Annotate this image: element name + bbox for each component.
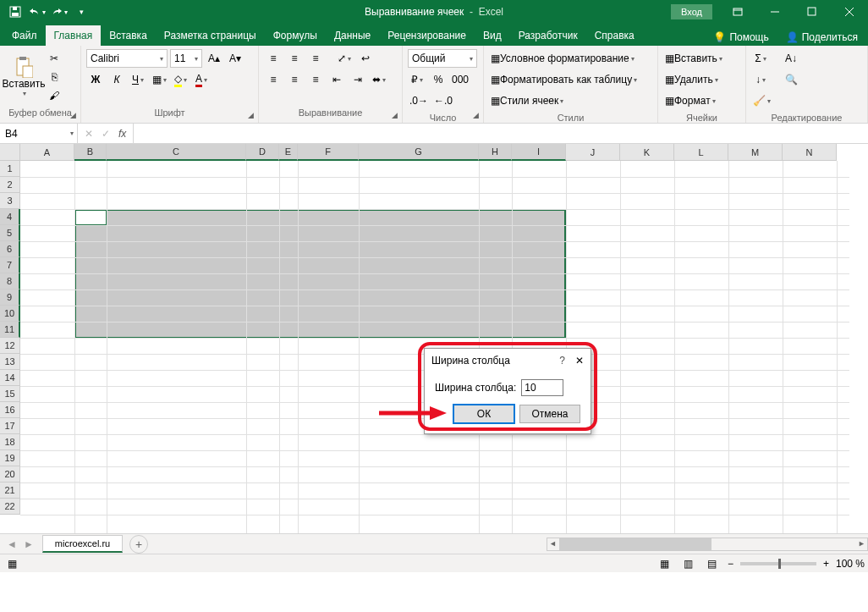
tab-formulas[interactable]: Формулы bbox=[265, 25, 326, 46]
zoom-out-icon[interactable]: − bbox=[728, 558, 733, 570]
clear-icon[interactable]: 🧹▾ bbox=[751, 91, 772, 110]
zoom-slider[interactable] bbox=[740, 562, 816, 565]
page-break-view-icon[interactable]: ▤ bbox=[704, 556, 721, 571]
decrease-decimal-icon[interactable]: ←.0 bbox=[432, 91, 454, 110]
increase-decimal-icon[interactable]: .0→ bbox=[408, 91, 430, 110]
launcher-icon[interactable]: ◢ bbox=[470, 109, 481, 121]
sheet-tab[interactable]: microexcel.ru bbox=[42, 535, 123, 553]
row-header[interactable]: 14 bbox=[0, 370, 20, 386]
column-header[interactable]: B bbox=[74, 144, 107, 161]
name-box[interactable]: B4▾ bbox=[0, 124, 78, 143]
row-header[interactable]: 6 bbox=[0, 241, 20, 257]
column-header[interactable]: A bbox=[20, 144, 74, 161]
font-color-icon[interactable]: A▾ bbox=[192, 70, 211, 89]
column-header[interactable]: K bbox=[620, 144, 674, 161]
paste-button[interactable]: Вставить▾ bbox=[5, 49, 42, 103]
row-header[interactable]: 18 bbox=[0, 434, 20, 450]
cancel-button[interactable]: Отмена bbox=[519, 405, 580, 423]
row-header[interactable]: 2 bbox=[0, 177, 20, 193]
launcher-icon[interactable]: ◢ bbox=[67, 109, 79, 121]
currency-icon[interactable]: ₽▾ bbox=[408, 70, 426, 89]
share-label[interactable]: Поделиться bbox=[802, 31, 858, 43]
share-icon[interactable]: 👤 bbox=[786, 31, 799, 43]
column-header[interactable]: N bbox=[783, 144, 837, 161]
percent-icon[interactable]: % bbox=[429, 70, 448, 89]
merge-icon[interactable]: ⬌▾ bbox=[370, 70, 388, 89]
minimize-icon[interactable] bbox=[756, 0, 794, 24]
tab-view[interactable]: Вид bbox=[475, 25, 510, 46]
qat-customize-icon[interactable]: ▾ bbox=[71, 2, 91, 22]
formula-input[interactable] bbox=[134, 124, 868, 143]
launcher-icon[interactable]: ◢ bbox=[388, 109, 400, 121]
comma-icon[interactable]: 000 bbox=[450, 70, 470, 89]
align-right-icon[interactable]: ≡ bbox=[306, 70, 325, 89]
tab-developer[interactable]: Разработчик bbox=[510, 25, 586, 46]
row-header[interactable]: 22 bbox=[0, 499, 20, 515]
cancel-formula-icon[interactable]: ✕ bbox=[85, 128, 93, 140]
fill-icon[interactable]: ↓▾ bbox=[751, 70, 770, 89]
row-header[interactable]: 9 bbox=[0, 289, 20, 306]
align-left-icon[interactable]: ≡ bbox=[264, 70, 283, 89]
column-header[interactable]: D bbox=[246, 144, 279, 161]
active-cell[interactable] bbox=[75, 210, 107, 225]
copy-icon[interactable]: ⎘ bbox=[45, 68, 63, 86]
row-header[interactable]: 15 bbox=[0, 386, 20, 402]
tab-file[interactable]: Файл bbox=[3, 25, 46, 46]
decrease-font-icon[interactable]: A▾ bbox=[226, 49, 244, 68]
column-header[interactable]: G bbox=[359, 144, 479, 161]
autosum-icon[interactable]: Σ▾ bbox=[751, 49, 770, 68]
increase-font-icon[interactable]: A▴ bbox=[205, 49, 223, 68]
dialog-close-icon[interactable]: ✕ bbox=[575, 355, 584, 367]
tab-home[interactable]: Главная bbox=[46, 25, 102, 46]
cut-icon[interactable]: ✂ bbox=[45, 49, 63, 68]
conditional-format-button[interactable]: ▦ Условное форматирование▾ bbox=[489, 49, 636, 68]
select-all-corner[interactable] bbox=[0, 144, 20, 161]
italic-button[interactable]: К bbox=[107, 70, 126, 89]
tab-insert[interactable]: Вставка bbox=[101, 25, 156, 46]
fx-icon[interactable]: fx bbox=[118, 128, 126, 140]
tab-data[interactable]: Данные bbox=[326, 25, 379, 46]
wrap-text-icon[interactable]: ↩ bbox=[356, 49, 375, 68]
row-header[interactable]: 17 bbox=[0, 418, 20, 434]
launcher-icon[interactable]: ◢ bbox=[244, 109, 256, 121]
zoom-level[interactable]: 100 % bbox=[836, 558, 865, 570]
delete-cells-button[interactable]: ▦ Удалить▾ bbox=[663, 70, 720, 89]
column-header[interactable]: I bbox=[512, 144, 566, 161]
help-label[interactable]: Помощь bbox=[729, 31, 768, 43]
format-cells-button[interactable]: ▦ Формат▾ bbox=[663, 91, 717, 110]
record-macro-icon[interactable]: ▦ bbox=[3, 556, 20, 571]
increase-indent-icon[interactable]: ⇥ bbox=[349, 70, 367, 89]
maximize-icon[interactable] bbox=[794, 0, 831, 24]
row-header[interactable]: 1 bbox=[0, 161, 20, 177]
row-header[interactable]: 16 bbox=[0, 402, 20, 418]
align-middle-icon[interactable]: ≡ bbox=[285, 49, 304, 68]
horizontal-scrollbar[interactable]: ◄ ► bbox=[547, 538, 868, 551]
column-header[interactable]: H bbox=[479, 144, 512, 161]
fill-color-icon[interactable]: ◇▾ bbox=[171, 70, 190, 89]
undo-icon[interactable]: ▾ bbox=[27, 2, 47, 22]
column-header[interactable]: C bbox=[107, 144, 246, 161]
number-format-combo[interactable]: Общий▾ bbox=[408, 49, 477, 68]
orientation-icon[interactable]: ⤢▾ bbox=[335, 49, 354, 68]
row-header[interactable]: 21 bbox=[0, 482, 20, 499]
sheet-prev-icon[interactable]: ◄ bbox=[7, 538, 17, 550]
decrease-indent-icon[interactable]: ⇤ bbox=[327, 70, 346, 89]
redo-icon[interactable]: ▾ bbox=[49, 2, 69, 22]
tell-me-icon[interactable]: 💡 bbox=[713, 31, 726, 43]
format-painter-icon[interactable]: 🖌 bbox=[45, 86, 63, 105]
tab-help[interactable]: Справка bbox=[586, 25, 643, 46]
align-bottom-icon[interactable]: ≡ bbox=[306, 49, 325, 68]
underline-button[interactable]: Ч▾ bbox=[129, 70, 147, 89]
column-width-input[interactable] bbox=[521, 379, 563, 396]
borders-icon[interactable]: ▦▾ bbox=[150, 70, 168, 89]
format-table-button[interactable]: ▦ Форматировать как таблицу▾ bbox=[489, 70, 639, 89]
font-name-combo[interactable]: Calibri▾ bbox=[86, 49, 168, 68]
sheet-next-icon[interactable]: ► bbox=[24, 538, 34, 550]
column-header[interactable]: E bbox=[279, 144, 298, 161]
row-header[interactable]: 19 bbox=[0, 450, 20, 466]
ok-button[interactable]: ОК bbox=[453, 405, 514, 423]
login-button[interactable]: Вход bbox=[671, 4, 712, 19]
row-header[interactable]: 13 bbox=[0, 354, 20, 370]
close-icon[interactable] bbox=[831, 0, 868, 24]
save-icon[interactable] bbox=[5, 2, 25, 22]
